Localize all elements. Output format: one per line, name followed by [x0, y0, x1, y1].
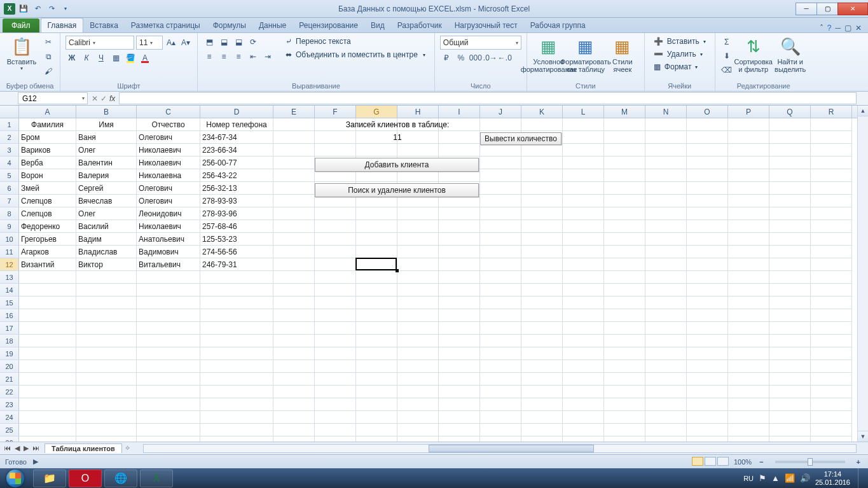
- cell[interactable]: [728, 258, 769, 271]
- cell[interactable]: [315, 373, 356, 386]
- cell[interactable]: [645, 424, 687, 436]
- cell[interactable]: Сергей: [76, 182, 137, 195]
- cell[interactable]: [687, 284, 728, 296]
- cell[interactable]: [397, 246, 439, 258]
- cell[interactable]: [200, 347, 273, 360]
- cell[interactable]: [521, 347, 563, 360]
- cell[interactable]: [273, 271, 315, 284]
- number-format-combo[interactable]: Общий▾: [440, 36, 521, 50]
- maximize-button[interactable]: ▢: [816, 3, 838, 15]
- cell[interactable]: [728, 398, 769, 411]
- font-size-combo[interactable]: 11▾: [136, 36, 163, 50]
- cell[interactable]: [76, 411, 137, 424]
- cells-area[interactable]: ФамилияИмяОтчествоНомер телефонаБромВаня…: [19, 118, 868, 442]
- cell[interactable]: [563, 436, 604, 442]
- cell[interactable]: Агарков: [19, 246, 76, 258]
- sheet-nav-prev-icon[interactable]: ◀: [13, 444, 21, 452]
- cell[interactable]: [687, 157, 728, 169]
- column-header[interactable]: C: [137, 106, 200, 118]
- cell[interactable]: [137, 360, 200, 373]
- cell[interactable]: [769, 411, 811, 424]
- cell[interactable]: [315, 144, 356, 157]
- cell[interactable]: [273, 169, 315, 182]
- cell[interactable]: [356, 207, 397, 220]
- cell[interactable]: [604, 233, 645, 246]
- workbook-minimize-icon[interactable]: ─: [835, 24, 841, 32]
- ribbon-tab[interactable]: Рабочая группа: [524, 18, 592, 32]
- cell[interactable]: [521, 309, 563, 322]
- row-header[interactable]: 15: [0, 296, 19, 309]
- cell[interactable]: [728, 386, 769, 398]
- row-header[interactable]: 26: [0, 436, 19, 442]
- zoom-out-button[interactable]: −: [757, 458, 766, 466]
- cell[interactable]: [480, 411, 521, 424]
- cell[interactable]: [76, 347, 137, 360]
- cell[interactable]: [769, 436, 811, 442]
- cell[interactable]: Николаевич: [137, 157, 200, 169]
- cell[interactable]: [769, 131, 811, 144]
- cell[interactable]: [604, 398, 645, 411]
- merge-center-button[interactable]: ⬌Объединить и поместить в центре▾: [282, 49, 429, 60]
- cell[interactable]: [645, 309, 687, 322]
- decrease-font-icon[interactable]: A▾: [179, 36, 192, 49]
- cell[interactable]: [315, 436, 356, 442]
- tray-sound-icon[interactable]: 🔊: [800, 473, 810, 483]
- cell[interactable]: [273, 373, 315, 386]
- cell[interactable]: [521, 373, 563, 386]
- cell[interactable]: Анатольевич: [137, 233, 200, 246]
- row-header[interactable]: 7: [0, 195, 19, 207]
- cell[interactable]: [645, 182, 687, 195]
- cell[interactable]: [604, 373, 645, 386]
- cell[interactable]: [521, 322, 563, 335]
- cell[interactable]: [687, 195, 728, 207]
- cell[interactable]: [604, 246, 645, 258]
- cell[interactable]: [687, 169, 728, 182]
- cell[interactable]: [687, 207, 728, 220]
- cell[interactable]: [480, 309, 521, 322]
- save-icon[interactable]: 💾: [18, 3, 29, 15]
- percent-icon[interactable]: %: [455, 52, 467, 64]
- cell[interactable]: [521, 411, 563, 424]
- cell[interactable]: [76, 309, 137, 322]
- cell[interactable]: [604, 271, 645, 284]
- cell[interactable]: [645, 386, 687, 398]
- cell[interactable]: [137, 373, 200, 386]
- cell[interactable]: Ворон: [19, 169, 76, 182]
- cell[interactable]: Верба: [19, 157, 76, 169]
- taskbar-chrome-icon[interactable]: 🌐: [104, 470, 137, 487]
- cell[interactable]: Олегович: [137, 131, 200, 144]
- cell[interactable]: 256-43-22: [200, 169, 273, 182]
- cell[interactable]: Олегович: [137, 195, 200, 207]
- cell[interactable]: [273, 195, 315, 207]
- cell[interactable]: [19, 335, 76, 347]
- row-header[interactable]: 8: [0, 207, 19, 220]
- column-header[interactable]: K: [521, 106, 563, 118]
- cell[interactable]: [604, 347, 645, 360]
- cell[interactable]: [687, 335, 728, 347]
- cell[interactable]: Николаевич: [137, 220, 200, 233]
- italic-button[interactable]: К: [80, 52, 93, 64]
- cell[interactable]: [397, 411, 439, 424]
- cell[interactable]: [137, 347, 200, 360]
- cell[interactable]: [769, 322, 811, 335]
- cell[interactable]: [356, 347, 397, 360]
- cell[interactable]: [728, 411, 769, 424]
- cell[interactable]: [356, 309, 397, 322]
- cell[interactable]: [563, 233, 604, 246]
- zoom-level[interactable]: 100%: [734, 458, 752, 466]
- cell[interactable]: [315, 246, 356, 258]
- cell[interactable]: [604, 258, 645, 271]
- row-header[interactable]: 6: [0, 182, 19, 195]
- cell[interactable]: [200, 373, 273, 386]
- cell[interactable]: [563, 271, 604, 284]
- cell[interactable]: [273, 233, 315, 246]
- qat-customize-icon[interactable]: ▾: [60, 3, 71, 15]
- cell[interactable]: [19, 436, 76, 442]
- cell[interactable]: [728, 322, 769, 335]
- cell[interactable]: [439, 424, 480, 436]
- cell[interactable]: [356, 246, 397, 258]
- cell[interactable]: [76, 296, 137, 309]
- macro-record-icon[interactable]: ▶: [33, 457, 38, 466]
- tray-lang[interactable]: RU: [743, 475, 754, 482]
- cell[interactable]: [480, 220, 521, 233]
